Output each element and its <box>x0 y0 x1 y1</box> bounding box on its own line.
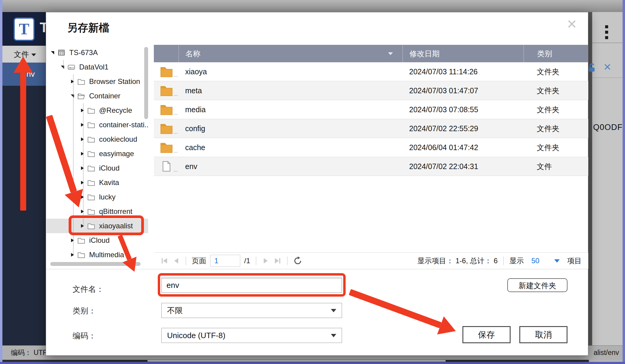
expand-icon[interactable] <box>80 123 85 127</box>
file-table-body: …xiaoya2024/07/03 11:14:26文件夹…meta2024/0… <box>154 62 588 176</box>
tree-item-datavol1[interactable]: DataVol1 <box>46 60 148 74</box>
next-page-icon[interactable] <box>262 257 270 265</box>
collapse-icon[interactable] <box>61 65 65 69</box>
tree-item-label: TS-673A <box>69 48 98 57</box>
expand-icon[interactable] <box>80 166 85 170</box>
sort-desc-icon[interactable] <box>388 52 393 55</box>
file-date: 2024/07/02 22:04:31 <box>403 162 524 171</box>
file-type: 文件夹 <box>524 143 588 153</box>
tree-item-browser-station[interactable]: Browser Station <box>46 74 148 89</box>
type-label: 类别： <box>73 303 96 319</box>
kebab-menu-icon[interactable] <box>605 25 608 39</box>
folder-icon <box>77 236 86 245</box>
title-bar <box>2 0 623 12</box>
file-type: 文件夹 <box>524 124 588 134</box>
annotation-box-filename <box>158 273 346 297</box>
cancel-button[interactable]: 取消 <box>519 326 567 343</box>
app-window: T T 文件 nv ✕ Q0ODF 编码： UTF alist/env Text… <box>0 0 625 364</box>
tree-item-lucky[interactable]: lucky <box>46 190 148 204</box>
tree-item-ts-673a[interactable]: TS-673A <box>46 45 148 60</box>
tree-vertical-scrollbar[interactable] <box>144 47 148 119</box>
chevron-down-icon <box>31 54 36 56</box>
encoding-select-value: Unicode (UTF-8) <box>167 331 225 340</box>
tree-item-container[interactable]: Container <box>46 89 148 103</box>
expand-icon[interactable] <box>80 180 85 185</box>
divider <box>503 257 504 265</box>
expand-icon[interactable] <box>80 137 85 141</box>
tree-item-container-stati-[interactable]: container-stati... <box>46 118 148 132</box>
tree-item--recycle[interactable]: @Recycle <box>46 103 148 118</box>
chevron-down-icon <box>331 334 336 337</box>
collapse-icon[interactable] <box>70 94 75 98</box>
file-row-env[interactable]: …env2024/07/02 22:04:31文件 <box>154 157 588 176</box>
file-type: 文件 <box>524 162 588 171</box>
dialog-close-icon[interactable]: ✕ <box>567 15 577 33</box>
page-number-input[interactable] <box>210 255 240 267</box>
folder-icon: … <box>154 123 179 134</box>
collapse-icon[interactable] <box>51 51 55 55</box>
chevron-down-icon <box>554 259 560 263</box>
editor-vertical-scrollbar[interactable] <box>588 12 592 345</box>
expand-icon[interactable] <box>80 209 85 214</box>
expand-icon[interactable] <box>80 108 85 113</box>
file-type: 文件夹 <box>524 105 588 115</box>
save-button[interactable]: 保存 <box>462 326 511 343</box>
page-size-value: 50 <box>531 257 539 265</box>
tree-item-icloud[interactable]: iCloud <box>46 233 148 248</box>
file-row-xiaoya[interactable]: …xiaoya2024/07/03 11:14:26文件夹 <box>154 62 588 81</box>
refresh-icon[interactable] <box>293 256 302 265</box>
file-date: 2024/07/02 22:55:29 <box>403 124 524 133</box>
page-total: /1 <box>244 257 250 265</box>
volume-icon <box>67 63 76 71</box>
expand-icon[interactable] <box>70 79 75 84</box>
column-icon[interactable] <box>154 45 179 62</box>
folder-icon <box>87 106 96 115</box>
file-name: env <box>179 162 403 171</box>
last-page-icon[interactable] <box>274 257 281 265</box>
tree-item-kavita[interactable]: Kavita <box>46 175 148 190</box>
tree-item-label: lucky <box>99 193 116 201</box>
editor-text-fragment: Q0ODF <box>593 123 623 132</box>
file-icon: … <box>154 161 179 172</box>
folder-icon <box>87 135 96 143</box>
previous-page-icon[interactable] <box>172 257 180 265</box>
tree-item-label: Browser Station <box>89 77 140 86</box>
divider <box>186 257 186 265</box>
tree-item-label: Multimedia <box>89 251 124 259</box>
encoding-label: 编码： <box>73 328 96 344</box>
column-type[interactable]: 类别 <box>524 45 588 62</box>
type-select-value: 不限 <box>167 305 183 316</box>
file-row-meta[interactable]: …meta2024/07/03 01:47:07文件夹 <box>154 81 588 100</box>
new-folder-button[interactable]: 新建文件夹 <box>507 278 567 292</box>
tree-item-label: easyimage <box>99 150 134 158</box>
column-modified-date[interactable]: 修改日期 <box>403 45 524 62</box>
file-date: 2024/07/03 11:14:26 <box>403 67 524 76</box>
first-page-icon[interactable] <box>160 257 168 265</box>
items-unit-label: 项目 <box>567 256 582 266</box>
divider <box>592 43 623 43</box>
window-border <box>0 0 2 364</box>
tree-item-label: iCloud <box>99 164 120 172</box>
page-label: 页面 <box>192 256 206 266</box>
file-row-config[interactable]: …config2024/07/02 22:55:29文件夹 <box>154 119 588 138</box>
tree-item-label: qBittorrent <box>99 207 132 216</box>
close-tab-icon[interactable]: ✕ <box>603 61 611 73</box>
file-row-media[interactable]: …media2024/07/03 07:08:55文件夹 <box>154 100 588 119</box>
type-select[interactable]: 不限 <box>161 303 342 318</box>
encoding-select[interactable]: Unicode (UTF-8) <box>161 328 342 343</box>
column-type-label: 类别 <box>537 49 552 59</box>
folder-icon <box>87 178 96 187</box>
expand-icon[interactable] <box>70 238 75 242</box>
divider <box>592 78 623 78</box>
tree-item-label: cookiecloud <box>99 135 137 143</box>
expand-icon[interactable] <box>80 152 85 156</box>
scrollbar-thumb[interactable] <box>148 360 446 362</box>
nas-icon <box>57 48 67 57</box>
file-table-header: 名称 修改日期 类别 <box>154 45 588 62</box>
file-row-cache[interactable]: …cache2024/06/04 01:47:42文件夹 <box>154 138 588 157</box>
expand-icon[interactable] <box>70 253 75 257</box>
column-name[interactable]: 名称 <box>179 45 403 62</box>
pagination-bar: 页面 /1 显示项目： 1-6, 总计： 6 显示 50 项目 <box>154 252 588 269</box>
page-size-select[interactable]: 50 <box>528 254 563 267</box>
scrollbar-corner <box>589 360 623 362</box>
